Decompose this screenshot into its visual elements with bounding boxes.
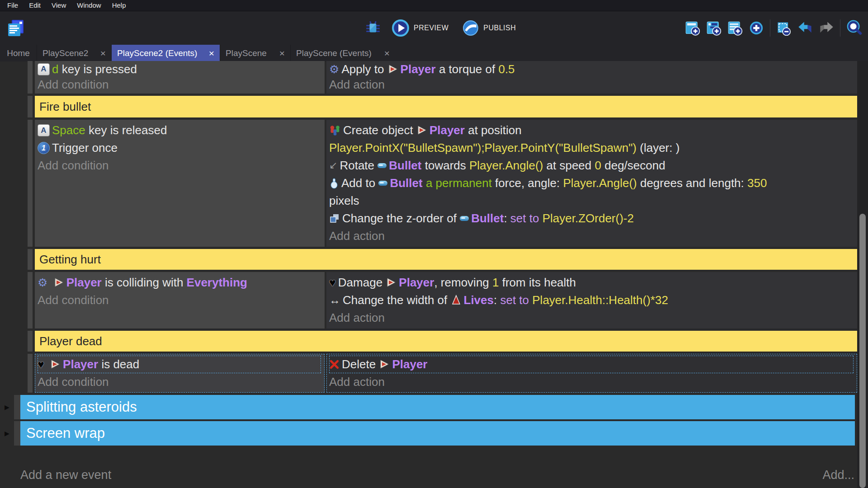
search-icon[interactable] — [846, 20, 863, 36]
action-line[interactable]: ⚙Apply to Player a torque of 0.5 — [329, 61, 854, 77]
menu-item-view[interactable]: View — [46, 0, 71, 11]
add-more-link[interactable]: Add... — [822, 468, 854, 482]
preview-label[interactable]: PREVIEW — [414, 24, 448, 32]
text-segment: Player.Angle() — [563, 176, 637, 190]
tab-close-icon[interactable]: × — [384, 48, 390, 58]
add-condition-link[interactable]: Add condition — [38, 77, 321, 92]
delete-icon — [329, 359, 340, 370]
action-line[interactable]: Create object Player at position — [329, 122, 854, 139]
collapse-arrow-icon[interactable]: ▶ — [0, 421, 14, 446]
add-new-event-link[interactable]: Add a new event — [20, 468, 111, 482]
event-gutter[interactable] — [28, 120, 33, 247]
event-gutter — [28, 249, 33, 270]
group-bar[interactable]: Splitting asteroids — [20, 395, 855, 419]
condition-line[interactable]: Ad key is pressed — [38, 61, 321, 77]
create-object-icon — [329, 125, 341, 136]
condition-line[interactable]: 1Trigger once — [38, 139, 321, 157]
text-segment: deg/second — [601, 159, 665, 172]
condition-line[interactable]: ASpace key is released — [38, 122, 321, 139]
add-comment-icon[interactable] — [727, 20, 743, 36]
action-line[interactable]: ↔Change the width of Lives: set to Playe… — [329, 291, 854, 309]
redo-icon[interactable] — [819, 20, 834, 36]
tab-label: Home — [7, 48, 30, 58]
comment-bar[interactable]: Player dead — [35, 331, 857, 352]
text-segment: 1 — [492, 276, 499, 289]
add-condition-link[interactable]: Add condition — [38, 157, 321, 174]
add-action-link[interactable]: Add action — [329, 77, 854, 92]
add-condition-link[interactable]: Add condition — [38, 291, 321, 309]
conditions-cell: Ad key is pressedAdd condition — [35, 61, 325, 94]
text-segment: Player — [401, 62, 436, 76]
tab-close-icon[interactable]: × — [100, 48, 106, 58]
tab-playscene2-events-[interactable]: PlayScene2 (Events)× — [111, 45, 220, 61]
menu-item-file[interactable]: File — [2, 0, 24, 11]
debug-icon[interactable] — [364, 19, 382, 37]
text-segment: Player.ZOrder()-2 — [542, 211, 634, 225]
add-circle-icon[interactable] — [749, 20, 764, 36]
group-bar[interactable]: Screen wrap — [20, 421, 855, 446]
group-row: ▶Splitting asteroids — [0, 395, 857, 419]
text-segment: at speed — [543, 159, 594, 172]
text-segment: Add to — [341, 176, 378, 190]
tab-playscene[interactable]: PlayScene× — [220, 45, 290, 61]
text-segment: Bullet — [389, 159, 421, 172]
delete-selection-icon[interactable] — [776, 20, 792, 36]
menu-item-window[interactable]: Window — [71, 0, 106, 11]
preview-play-icon[interactable] — [392, 19, 410, 37]
text-segment: Bullet — [471, 211, 504, 225]
tab-close-icon[interactable]: × — [279, 48, 285, 58]
add-condition-link[interactable]: Add condition — [38, 373, 321, 391]
tab-home[interactable]: Home — [0, 45, 37, 61]
events-sheet: Ad key is pressedAdd condition⚙Apply to … — [0, 61, 857, 447]
action-line[interactable]: ♥Damage Player, removing 1 from its heal… — [329, 274, 854, 291]
event-gutter[interactable] — [28, 272, 33, 328]
physics-icon: ⚙ — [329, 64, 339, 75]
scrollbar-track[interactable] — [857, 61, 868, 488]
group-gutter — [14, 395, 20, 419]
group-row: ▶Screen wrap — [0, 421, 857, 446]
menu-item-help[interactable]: Help — [107, 0, 132, 11]
action-line[interactable]: Delete Player — [329, 356, 854, 373]
text-segment — [50, 276, 53, 289]
comment-bar[interactable]: Getting hurt — [35, 249, 857, 270]
tab-close-icon[interactable]: × — [209, 48, 214, 58]
publish-label[interactable]: PUBLISH — [483, 24, 516, 32]
add-action-link[interactable]: Add action — [329, 227, 854, 245]
tab-label: PlayScene2 (Events) — [117, 48, 197, 58]
comment-bar[interactable]: Fire bullet — [35, 96, 857, 117]
collapse-arrow-icon[interactable]: ▶ — [0, 395, 14, 419]
conditions-cell: ⚙ Player is colliding with EverythingAdd… — [35, 272, 325, 328]
condition-line[interactable]: ♥ Player is dead — [38, 356, 321, 373]
text-segment: from its health — [499, 276, 576, 289]
action-line[interactable]: ↙Rotate Bullet towards Player.Angle() at… — [329, 157, 854, 174]
action-line[interactable]: Add to Bullet a permanent force, angle: … — [329, 174, 854, 192]
text-segment: Rotate — [340, 159, 377, 172]
key-icon: A — [38, 124, 50, 136]
text-segment: Player.PointX("BulletSpawn");Player.Poin… — [329, 141, 637, 155]
project-manager-icon[interactable] — [5, 18, 24, 38]
condition-line[interactable]: ⚙ Player is colliding with Everything — [38, 274, 321, 291]
comment-row: Player dead — [0, 331, 857, 352]
scrollbar-thumb[interactable] — [859, 214, 866, 488]
event-gutter[interactable] — [28, 61, 33, 94]
undo-icon[interactable] — [797, 20, 813, 36]
add-action-link[interactable]: Add action — [329, 309, 854, 327]
action-line[interactable]: Change the z-order of Bullet: set to Pla… — [329, 210, 854, 227]
add-subevent-icon[interactable] — [706, 20, 722, 36]
add-action-link[interactable]: Add action — [329, 373, 854, 391]
text-segment: Player — [392, 357, 427, 371]
event-gutter[interactable] — [28, 354, 33, 393]
tab-playscene2[interactable]: PlayScene2× — [37, 45, 111, 61]
text-segment: 0 — [595, 159, 601, 172]
comment-row: Getting hurt — [0, 249, 857, 270]
menu-item-edit[interactable]: Edit — [24, 0, 46, 11]
text-segment: d — [52, 62, 58, 76]
publish-icon[interactable] — [462, 19, 479, 37]
action-line[interactable]: pixels — [329, 192, 854, 210]
tab-playscene-events-[interactable]: PlayScene (Events)× — [290, 45, 395, 61]
player-icon — [53, 277, 64, 288]
add-event-icon[interactable] — [685, 20, 700, 36]
text-segment: Create object — [343, 123, 416, 137]
action-line[interactable]: Player.PointX("BulletSpawn");Player.Poin… — [329, 139, 854, 157]
actions-cell: Create object Player at positionPlayer.P… — [326, 120, 857, 247]
